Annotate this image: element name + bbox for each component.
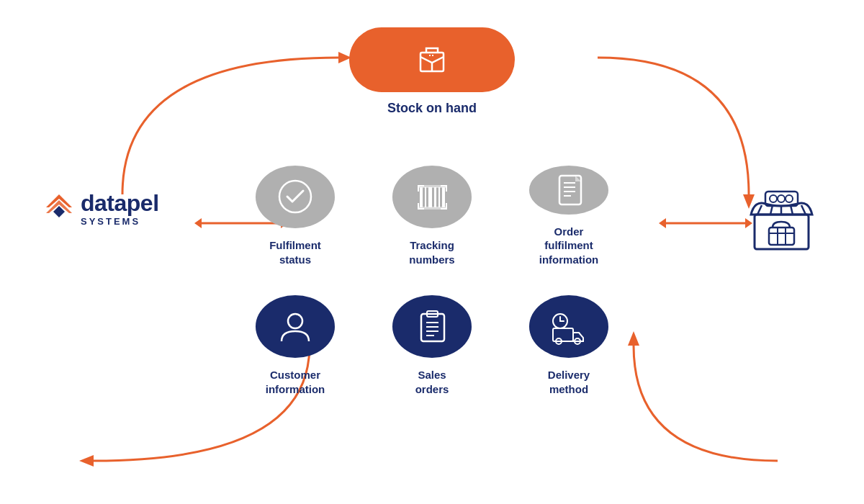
tracking-numbers-item: Trackingnumbers	[382, 166, 482, 266]
fulfilment-status-label: Fulfilmentstatus	[269, 238, 321, 266]
stock-on-hand-label: Stock on hand	[387, 101, 477, 116]
sales-orders-label: Salesorders	[415, 368, 449, 396]
svg-rect-35	[438, 187, 440, 207]
document-icon	[549, 170, 589, 210]
barcode-icon	[413, 177, 452, 217]
svg-point-19	[786, 195, 793, 202]
logo-systems: SYSTEMS	[81, 216, 140, 227]
circles-to-shop-arrow	[659, 212, 752, 234]
delivery-method-circle	[529, 295, 608, 358]
delivery-method-item: Deliverymethod	[518, 295, 619, 396]
delivery-method-label: Deliverymethod	[548, 368, 590, 396]
order-fulfilment-circle	[529, 166, 608, 215]
tracking-numbers-label: Trackingnumbers	[409, 238, 454, 266]
order-fulfilment-item: Orderfulfilmentinformation	[518, 166, 619, 266]
svg-marker-25	[194, 218, 202, 228]
box-icon	[413, 41, 451, 78]
sales-orders-circle	[392, 295, 472, 358]
datapel-logo: datapel SYSTEMS	[43, 187, 159, 227]
order-fulfilment-label: Orderfulfilmentinformation	[539, 225, 599, 267]
truck-icon	[547, 305, 590, 348]
store-icon	[747, 186, 816, 254]
svg-rect-12	[769, 228, 794, 245]
shop-icon	[745, 184, 817, 256]
svg-rect-34	[434, 187, 436, 207]
svg-marker-22	[79, 455, 94, 467]
logo-text: datapel	[81, 190, 159, 217]
svg-line-11	[801, 205, 806, 215]
logo-icon	[43, 187, 75, 219]
tracking-numbers-circle	[392, 166, 472, 228]
clipboard-icon	[413, 307, 452, 346]
svg-point-17	[770, 195, 777, 202]
customer-information-label: Customerinformation	[266, 368, 325, 396]
person-icon	[276, 307, 315, 346]
svg-rect-31	[420, 187, 423, 207]
svg-rect-32	[425, 187, 426, 207]
svg-marker-23	[628, 331, 639, 346]
circles-grid: Fulfilmentstatus Trackingnumbers	[245, 166, 619, 396]
fulfilment-status-circle	[256, 166, 335, 228]
svg-rect-33	[428, 187, 432, 207]
svg-point-44	[288, 314, 302, 328]
checkmark-icon	[276, 177, 315, 217]
svg-line-7	[757, 205, 762, 215]
fulfilment-status-item: Fulfilmentstatus	[245, 166, 346, 266]
bottom-right-arrow	[619, 324, 792, 482]
svg-point-18	[778, 195, 785, 202]
sales-orders-item: Salesorders	[382, 295, 482, 396]
svg-rect-36	[442, 187, 445, 207]
svg-marker-28	[659, 218, 666, 228]
customer-information-circle	[256, 295, 335, 358]
customer-information-item: Customerinformation	[245, 295, 346, 396]
svg-point-30	[279, 181, 311, 212]
stock-on-hand-pill	[349, 27, 515, 92]
